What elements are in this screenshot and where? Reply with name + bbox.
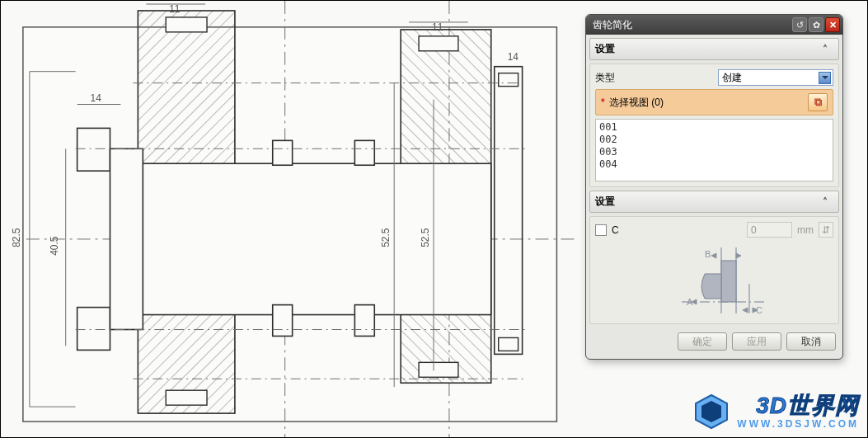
section-header-settings[interactable]: 设置 ˄ bbox=[589, 38, 839, 60]
list-item[interactable]: 004 bbox=[599, 158, 829, 171]
svg-rect-23 bbox=[419, 36, 458, 51]
dim-h3: 52.5 bbox=[380, 228, 392, 247]
dim-d1: 11 bbox=[169, 3, 181, 15]
cancel-button[interactable]: 取消 bbox=[786, 332, 836, 351]
list-item[interactable]: 003 bbox=[599, 146, 829, 158]
close-icon[interactable]: ✕ bbox=[825, 17, 840, 32]
gear-icon[interactable]: ✿ bbox=[809, 17, 823, 32]
select-view-button[interactable]: ⧉ bbox=[808, 93, 828, 111]
svg-rect-21 bbox=[166, 17, 207, 32]
svg-rect-19 bbox=[273, 140, 293, 165]
svg-rect-16 bbox=[110, 148, 143, 329]
chevron-down-icon bbox=[819, 72, 831, 84]
svg-rect-24 bbox=[419, 362, 458, 377]
dim-h1: 82.5 bbox=[11, 228, 22, 247]
type-value: 创建 bbox=[722, 71, 742, 85]
ok-button[interactable]: 确定 bbox=[678, 332, 727, 351]
svg-rect-15 bbox=[138, 163, 490, 314]
schematic-b-label: B bbox=[705, 249, 711, 259]
c-value-input[interactable]: 0 bbox=[747, 222, 792, 238]
dim-h4: 52.5 bbox=[420, 228, 431, 247]
svg-rect-25 bbox=[499, 73, 518, 87]
section-header-inner-settings[interactable]: 设置 ˄ bbox=[589, 191, 839, 213]
chevron-up-icon: ˄ bbox=[817, 196, 833, 208]
dim-d2: 11 bbox=[432, 21, 443, 33]
svg-rect-26 bbox=[499, 337, 518, 351]
svg-rect-18 bbox=[354, 305, 374, 337]
dialog-titlebar[interactable]: 齿轮简化 ↺ ✿ ✕ bbox=[586, 15, 842, 35]
type-dropdown[interactable]: 创建 bbox=[718, 69, 833, 86]
dim-d3: 14 bbox=[91, 92, 102, 104]
type-label: 类型 bbox=[595, 71, 615, 85]
inner-section-title: 设置 bbox=[595, 195, 615, 209]
svg-rect-17 bbox=[273, 305, 293, 337]
schematic-c-label: C bbox=[756, 305, 762, 315]
reset-icon[interactable]: ↺ bbox=[792, 17, 807, 32]
c-checkbox-label: C bbox=[612, 224, 619, 236]
c-unit-label: mm bbox=[797, 224, 814, 236]
svg-rect-20 bbox=[354, 140, 374, 165]
list-item[interactable]: 002 bbox=[599, 134, 829, 146]
schematic-a-label: A bbox=[687, 297, 693, 307]
schematic-diagram: B A C bbox=[595, 244, 833, 318]
stepper-button[interactable]: ⇵ bbox=[819, 222, 833, 238]
list-item[interactable]: 001 bbox=[599, 121, 829, 134]
section-title: 设置 bbox=[595, 42, 615, 56]
gear-simplify-dialog: 齿轮简化 ↺ ✿ ✕ 设置 ˄ 类型 创建 * 选择 bbox=[585, 14, 843, 360]
dialog-title-text: 齿轮简化 bbox=[593, 18, 632, 32]
svg-rect-22 bbox=[166, 390, 207, 405]
c-checkbox[interactable] bbox=[595, 224, 607, 236]
dim-d4: 14 bbox=[508, 51, 519, 63]
view-listbox[interactable]: 001 002 003 004 bbox=[595, 119, 833, 181]
select-view-label: * 选择视图 (0) bbox=[601, 96, 664, 110]
select-view-row[interactable]: * 选择视图 (0) ⧉ bbox=[595, 89, 833, 115]
chevron-up-icon: ˄ bbox=[817, 44, 833, 55]
apply-button[interactable]: 应用 bbox=[732, 332, 781, 351]
svg-rect-40 bbox=[721, 261, 736, 302]
